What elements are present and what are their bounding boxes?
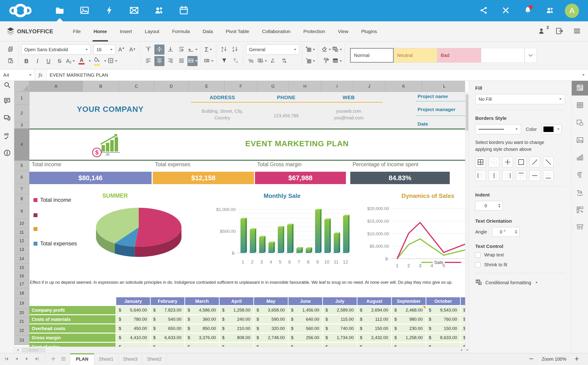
cell-reference-box[interactable]: A4 [0, 69, 35, 81]
cell-style-empty[interactable] [481, 48, 524, 63]
wrap-text-checkbox[interactable] [475, 252, 481, 258]
menu-layout[interactable]: Layout [138, 21, 166, 42]
zoom-level[interactable]: Zoom 100% [542, 357, 567, 362]
fill-select[interactable]: No Fill [475, 94, 565, 104]
cell-january-4[interactable]: $4,410.00 [116, 334, 150, 342]
app-activity[interactable] [97, 0, 122, 21]
named-ranges-button[interactable] [203, 56, 213, 66]
clear-button[interactable] [321, 44, 331, 55]
pivot-settings-button[interactable] [572, 203, 588, 218]
autosum-button[interactable]: Σ [203, 44, 213, 55]
online-users-button[interactable]: 2 [538, 27, 546, 36]
filter-button[interactable] [219, 56, 229, 66]
font-color-caret-icon[interactable] [89, 60, 91, 62]
app-contacts[interactable] [147, 0, 171, 21]
row-header-17[interactable]: 17 [14, 280, 29, 288]
row-header-7[interactable]: 7 [14, 184, 29, 194]
search-button[interactable] [3, 81, 11, 90]
cell-september-2[interactable]: $980.00 [392, 315, 426, 323]
menu-insert[interactable]: Insert [113, 21, 139, 42]
previous-sheet-button[interactable] [12, 355, 21, 364]
sheet-list-button[interactable] [59, 355, 68, 364]
subscript-button[interactable]: A2 [65, 56, 76, 66]
row-header-19[interactable]: 19 [14, 298, 29, 309]
indent-spinner[interactable]: 0 [475, 201, 503, 211]
cell-september-1[interactable]: $2,468.00 [392, 306, 426, 314]
menu-plugins[interactable]: Plugins [355, 21, 383, 42]
menu-file[interactable]: File [66, 21, 87, 42]
sheet-tab-sheet3[interactable]: Sheet3 [118, 353, 142, 365]
nextcloud-logo-icon[interactable] [3, 0, 38, 21]
column-header-E[interactable]: E [189, 81, 225, 92]
fill-color-button[interactable] [92, 56, 102, 66]
border-left-button[interactable] [475, 170, 486, 181]
vertical-scrollbar[interactable] [465, 92, 468, 353]
cell-june-1[interactable]: $1,456.00 [289, 306, 322, 314]
cell-november-1[interactable]: $ [461, 306, 465, 314]
border-top-button[interactable] [516, 170, 526, 181]
row-header-1[interactable]: 1 [14, 92, 29, 105]
cell-november-2[interactable]: $ [461, 315, 465, 323]
user-avatar-button[interactable]: A [561, 0, 583, 21]
select-all-corner[interactable] [14, 81, 29, 92]
next-sheet-button[interactable] [22, 355, 31, 364]
cell-march-2[interactable]: $360.00 [185, 315, 219, 323]
add-sheet-button[interactable] [49, 355, 58, 364]
cell-january-2[interactable]: $780.00 [116, 315, 150, 323]
column-header-L[interactable]: L [422, 81, 465, 92]
close-button[interactable] [495, 0, 517, 21]
menu-view[interactable]: View [332, 21, 355, 42]
cell-october-2[interactable]: $760.00 [426, 315, 460, 323]
cell-style-normal[interactable]: Normal [350, 48, 394, 63]
indent-spin-arrows[interactable] [496, 204, 503, 208]
cell-august-4[interactable]: $2,432.00 [357, 334, 391, 342]
cell-april-3[interactable]: $210.00 [220, 324, 253, 333]
text-orientation-button[interactable]: A [187, 44, 198, 55]
cell-july-1[interactable]: $2,589.00 [323, 306, 357, 314]
font-size-select[interactable]: 16 [93, 44, 115, 55]
cell-march-3[interactable]: $850.00 [185, 324, 219, 333]
cell-april-1[interactable]: $1,258.00 [220, 306, 253, 314]
sheet-tab-plan[interactable]: PLAN [70, 353, 94, 365]
column-header-G[interactable]: G [257, 81, 289, 92]
cell-style-bad[interactable]: Bad [437, 48, 481, 63]
row-header-11[interactable]: 11 [14, 228, 29, 237]
row-header-18[interactable]: 18 [14, 288, 29, 298]
cell-may-1[interactable]: $3,658.00 [254, 306, 288, 314]
row-header-5[interactable]: 5 [14, 161, 29, 171]
column-header-C[interactable]: C [119, 81, 154, 92]
shrink-to-fit-checkbox[interactable] [475, 262, 481, 267]
row-header-4[interactable]: 4 [14, 129, 29, 161]
cell-october-3[interactable]: $150.00 [426, 324, 460, 333]
insert-function-button[interactable]: fx [35, 69, 46, 81]
number-format-select[interactable]: General [246, 44, 299, 55]
cell-january-3[interactable]: $450.00 [116, 324, 150, 333]
border-inside-button[interactable] [502, 157, 513, 167]
align-right-button[interactable] [165, 56, 176, 66]
merge-cells-button[interactable] [187, 56, 198, 66]
paragraph-settings-button[interactable] [572, 168, 588, 183]
cell-april-2[interactable]: $240.00 [220, 315, 253, 323]
cell-february-3[interactable]: $650.00 [151, 324, 184, 333]
border-diag-up-button[interactable] [529, 157, 540, 167]
menu-formula[interactable]: Formula [166, 21, 196, 42]
contacts-menu-button[interactable] [539, 0, 561, 21]
row-header-2[interactable]: 2 [14, 105, 29, 122]
cell-november-4[interactable]: $ [461, 334, 465, 342]
valign-middle-button[interactable] [154, 44, 164, 55]
zoom-out-button[interactable] [527, 355, 536, 364]
cell-march-1[interactable]: $4,586.00 [185, 306, 219, 314]
cell-october-1[interactable]: $9,543.00 [426, 306, 460, 314]
horizontal-scrollbar[interactable] [14, 347, 465, 353]
row-header-13[interactable]: 13 [14, 245, 29, 254]
increase-decimal-button[interactable]: .00 [279, 56, 289, 66]
sort-ascending-button[interactable]: AZ [219, 44, 229, 55]
sort-descending-button[interactable]: ZA [230, 44, 240, 55]
row-header-14[interactable]: 14 [14, 254, 29, 264]
wrap-text-button[interactable] [176, 44, 186, 55]
delete-cells-button[interactable] [305, 56, 315, 66]
formula-input[interactable]: EVENT MARKETING PLAN [46, 69, 577, 81]
cell-august-1[interactable]: $2,694.00 [357, 306, 391, 314]
row-header-8[interactable]: 8 [14, 194, 29, 204]
border-inside-none-button[interactable] [489, 157, 499, 167]
